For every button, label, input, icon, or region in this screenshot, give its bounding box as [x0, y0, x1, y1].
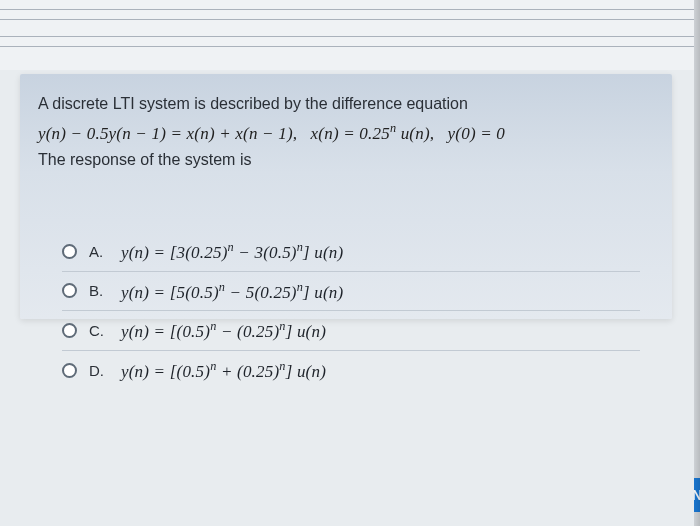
header-rule-area: [0, 0, 694, 70]
option-expression: y(n) = [3(0.25)n − 3(0.5)n] u(n): [121, 240, 343, 263]
option-a[interactable]: A. y(n) = [3(0.25)n − 3(0.5)n] u(n): [62, 232, 640, 272]
options-list: A. y(n) = [3(0.25)n − 3(0.5)n] u(n) B. y…: [62, 232, 640, 390]
option-expression: y(n) = [(0.5)n − (0.25)n] u(n): [121, 319, 326, 342]
question-intro: A discrete LTI system is described by th…: [38, 92, 654, 117]
rule-line: [0, 9, 694, 10]
option-letter: B.: [89, 282, 109, 299]
rule-line: [0, 19, 694, 20]
option-letter: C.: [89, 322, 109, 339]
question-equation: y(n) − 0.5y(n − 1) = x(n) + x(n − 1), x(…: [38, 121, 654, 144]
rule-line: [0, 46, 694, 47]
radio-icon[interactable]: [62, 323, 77, 338]
radio-icon[interactable]: [62, 244, 77, 259]
radio-icon[interactable]: [62, 363, 77, 378]
option-expression: y(n) = [(0.5)n + (0.25)n] u(n): [121, 359, 326, 382]
question-prompt: The response of the system is: [38, 151, 654, 169]
option-expression: y(n) = [5(0.5)n − 5(0.25)n] u(n): [121, 280, 343, 303]
radio-icon[interactable]: [62, 283, 77, 298]
option-c[interactable]: C. y(n) = [(0.5)n − (0.25)n] u(n): [62, 311, 640, 351]
option-b[interactable]: B. y(n) = [5(0.5)n − 5(0.25)n] u(n): [62, 272, 640, 312]
page-edge-shadow: [694, 0, 700, 526]
option-letter: A.: [89, 243, 109, 260]
option-letter: D.: [89, 362, 109, 379]
rule-line: [0, 36, 694, 37]
option-d[interactable]: D. y(n) = [(0.5)n + (0.25)n] u(n): [62, 351, 640, 390]
